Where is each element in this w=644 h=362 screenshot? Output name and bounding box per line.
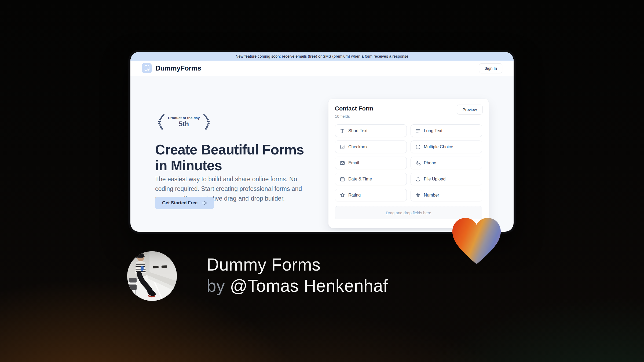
award-text: Product of the day 5th	[168, 116, 200, 128]
dummyforms-logo-icon	[142, 63, 152, 73]
preview-button[interactable]: Preview	[457, 105, 483, 114]
type-icon	[340, 128, 345, 134]
calendar-icon	[340, 176, 345, 182]
circle-dot-icon	[415, 144, 421, 150]
site-header: DummyForms Sign In	[130, 61, 514, 76]
form-builder-card: Contact Form 10 fields Preview Short Tex…	[328, 99, 489, 228]
field-label: Date & Time	[348, 177, 372, 182]
field-label: Multiple Choice	[424, 145, 453, 149]
brand: DummyForms	[142, 63, 201, 73]
get-started-label: Get Started Free	[162, 200, 197, 206]
phone-icon	[415, 160, 421, 166]
app-window-content: New feature coming soon: receive emails …	[130, 52, 514, 232]
author-photo	[127, 251, 177, 301]
attribution-text: Dummy Forms by @Tomas Henkenhaf	[207, 254, 388, 297]
field-type-grid: Short Text Long Text	[335, 124, 482, 201]
cursor-arrow-icon	[147, 68, 150, 72]
sign-in-button[interactable]: Sign In	[479, 63, 502, 73]
upload-icon	[415, 176, 421, 182]
hash-icon	[415, 193, 421, 198]
field-label: Checkbox	[348, 145, 367, 149]
brand-name: DummyForms	[155, 64, 201, 72]
field-label: Phone	[424, 161, 436, 165]
announcement-banner: New feature coming soon: receive emails …	[130, 52, 514, 61]
field-label: Email	[348, 161, 359, 165]
attribution-author-line: by @Tomas Henkenhaf	[207, 275, 388, 297]
award-line1: Product of the day	[168, 116, 200, 120]
field-date-time[interactable]: Date & Time	[335, 173, 407, 185]
align-left-icon	[415, 128, 421, 134]
laurel-right-icon	[201, 113, 213, 130]
field-email[interactable]: Email	[335, 157, 407, 169]
attribution-product: Dummy Forms	[207, 254, 388, 275]
author-avatar	[127, 251, 177, 301]
get-started-button[interactable]: Get Started Free	[155, 197, 214, 209]
attribution-by: by	[207, 276, 225, 295]
check-square-icon	[340, 144, 345, 150]
star-icon	[340, 193, 345, 198]
field-phone[interactable]: Phone	[411, 157, 482, 169]
award-line2: 5th	[179, 120, 189, 128]
field-label: File Upload	[424, 177, 446, 182]
drag-drop-text: Drag and drop fields here	[386, 210, 431, 215]
field-label: Rating	[348, 193, 361, 198]
attribution-author: @Tomas Henkenhaf	[230, 276, 388, 295]
field-label: Short Text	[348, 128, 368, 133]
page-background: New feature coming soon: receive emails …	[0, 0, 644, 362]
gradient-heart-icon	[450, 217, 503, 267]
arrow-right-icon	[202, 201, 207, 205]
app-window: New feature coming soon: receive emails …	[128, 50, 516, 234]
announcement-text: New feature coming soon: receive emails …	[236, 54, 408, 58]
laurel-left-icon	[155, 113, 167, 130]
field-file-upload[interactable]: File Upload	[411, 173, 482, 185]
page-title: Create Beautiful Forms in Minutes	[155, 142, 305, 174]
field-label: Number	[424, 193, 439, 198]
field-short-text[interactable]: Short Text	[335, 124, 407, 137]
field-label: Long Text	[424, 128, 442, 133]
field-rating[interactable]: Rating	[335, 189, 407, 201]
form-field-count: 10 fields	[335, 114, 482, 119]
field-multiple-choice[interactable]: Multiple Choice	[411, 141, 482, 153]
hero-section: Product of the day 5th	[130, 76, 514, 232]
product-of-the-day-badge: Product of the day 5th	[155, 113, 213, 130]
field-long-text[interactable]: Long Text	[411, 124, 482, 137]
mail-icon	[340, 160, 345, 166]
field-checkbox[interactable]: Checkbox	[335, 141, 407, 153]
field-number[interactable]: Number	[411, 189, 482, 201]
